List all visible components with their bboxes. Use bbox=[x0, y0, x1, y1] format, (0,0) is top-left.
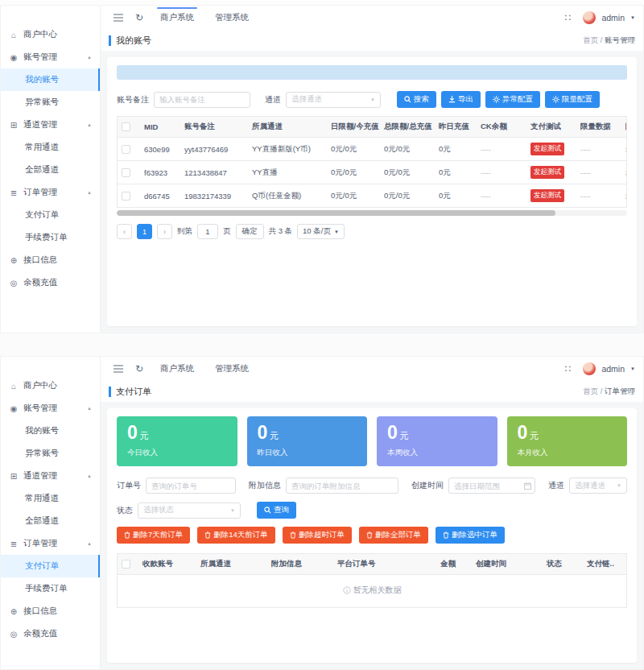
fullscreen-icon[interactable]: ∷ bbox=[558, 360, 577, 378]
search-button[interactable]: 搜索 bbox=[397, 91, 436, 108]
sidebar-item-fee-orders[interactable]: 手续费订单 bbox=[1, 226, 100, 249]
delete-14day-orders-button[interactable]: 删除14天前订单 bbox=[197, 527, 275, 544]
chevron-up-icon: ▲ bbox=[87, 55, 95, 60]
tab-merchant-system[interactable]: 商户系统 bbox=[151, 360, 204, 378]
sidebar-group-account-mgmt[interactable]: ◉账号管理▲ bbox=[1, 46, 100, 68]
table-row: d66745 19832174339 Q币(任意金额) 0元/0元 0元/0元 … bbox=[118, 184, 627, 208]
sidebar-group-order-mgmt[interactable]: ≣订单管理▲ bbox=[1, 181, 100, 204]
pay-test-button[interactable]: 发起测试 bbox=[530, 166, 564, 179]
coin-icon: ◎ bbox=[9, 630, 19, 639]
breadcrumb-home[interactable]: 首页 bbox=[583, 35, 598, 44]
sidebar-item-api-info[interactable]: ⊕接口信息 bbox=[1, 600, 100, 622]
stat-label: 昨日收入 bbox=[258, 448, 357, 458]
row-checkbox[interactable] bbox=[122, 168, 130, 177]
per-page-select[interactable]: 10 条/页▼ bbox=[297, 224, 345, 239]
sidebar-item-abnormal-accounts[interactable]: 异常账号 bbox=[1, 442, 100, 465]
pagination: ‹ 1 › 到第 页 确定 共 3 条 10 条/页▼ bbox=[117, 224, 627, 239]
pay-test-button[interactable]: 发起测试 bbox=[530, 189, 564, 202]
refresh-icon[interactable]: ↻ bbox=[130, 360, 149, 378]
date-range-input[interactable] bbox=[448, 478, 535, 494]
sidebar-item-pay-orders[interactable]: 支付订单 bbox=[1, 204, 100, 226]
chevron-down-icon[interactable]: ▼ bbox=[630, 15, 635, 20]
sidebar-item-label: 手续费订单 bbox=[25, 232, 68, 243]
breadcrumb-home[interactable]: 首页 bbox=[583, 387, 598, 395]
abnormal-config-button[interactable]: 异常配置 bbox=[485, 91, 540, 108]
export-button-label: 导出 bbox=[458, 94, 473, 105]
button-label: 删除7天前订单 bbox=[133, 530, 183, 540]
sidebar-item-my-accounts[interactable]: 我的账号 bbox=[1, 420, 100, 442]
fullscreen-icon[interactable]: ∷ bbox=[558, 9, 577, 27]
query-button[interactable]: 查询 bbox=[257, 502, 296, 519]
select-all-checkbox[interactable] bbox=[122, 122, 130, 131]
sidebar-item-common-channels[interactable]: 常用通道 bbox=[1, 487, 100, 510]
channel-filter-label: 通道 bbox=[548, 480, 564, 491]
avatar[interactable] bbox=[583, 362, 596, 375]
sidebar-item-all-channels[interactable]: 全部通道 bbox=[1, 159, 100, 181]
user-menu[interactable]: admin bbox=[601, 13, 625, 23]
table-row: 630e99 yyt43776469 YY直播新版(Y币) 0元/0元 0元/0… bbox=[118, 138, 627, 161]
next-page-button[interactable]: › bbox=[157, 224, 172, 239]
chevron-up-icon: ▲ bbox=[87, 474, 95, 478]
chevron-down-icon[interactable]: ▼ bbox=[630, 366, 635, 371]
goto-confirm-button[interactable]: 确定 bbox=[236, 224, 264, 239]
sidebar-item-merchant-center[interactable]: ⌂商户中心 bbox=[1, 374, 100, 397]
sidebar-group-account-mgmt[interactable]: ◉账号管理▲ bbox=[1, 397, 100, 420]
pay-test-button[interactable]: 发起测试 bbox=[530, 143, 564, 155]
attach-info-input[interactable] bbox=[286, 478, 398, 494]
row-checkbox[interactable] bbox=[122, 192, 130, 201]
limit-config-button[interactable]: 限量配置 bbox=[545, 91, 600, 108]
menu-collapse-icon[interactable] bbox=[109, 360, 128, 378]
sidebar-item-balance-recharge[interactable]: ◎余额充值 bbox=[1, 622, 100, 645]
select-all-checkbox[interactable] bbox=[122, 560, 130, 569]
delete-timeout-orders-button[interactable]: 删除超时订单 bbox=[283, 527, 352, 544]
sidebar-item-merchant-center[interactable]: ⌂商户中心 bbox=[1, 23, 100, 46]
orders-card: 0元 今日收入 0元 昨日收入 0元 本周收入 0元 本月收入 bbox=[107, 408, 637, 663]
cell-ck: ---- bbox=[477, 161, 526, 184]
sidebar-item-balance-recharge[interactable]: ◎余额充值 bbox=[1, 271, 100, 294]
sidebar-item-api-info[interactable]: ⊕接口信息 bbox=[1, 249, 100, 271]
sidebar-item-all-channels[interactable]: 全部通道 bbox=[1, 510, 100, 532]
sidebar: ⌂商户中心 ◉账号管理▲ 我的账号 异常账号 ⊞通道管理▲ 常用通道 全部通道 … bbox=[1, 357, 101, 669]
cell-daily: 0元/0元 bbox=[327, 161, 380, 184]
goto-page-input[interactable] bbox=[197, 224, 218, 239]
col-account: 收款账号 bbox=[138, 554, 196, 575]
delete-selected-orders-button[interactable]: 删除选中订单 bbox=[436, 527, 505, 544]
row-checkbox[interactable] bbox=[122, 145, 130, 154]
page-1-button[interactable]: 1 bbox=[137, 224, 152, 239]
menu-collapse-icon[interactable] bbox=[109, 9, 128, 27]
delete-7day-orders-button[interactable]: 删除7天前订单 bbox=[117, 527, 190, 544]
delete-all-orders-button[interactable]: 删除全部订单 bbox=[359, 527, 428, 544]
tab-merchant-system[interactable]: 商户系统 bbox=[151, 9, 204, 27]
cell-limit-status: 未设定限量 bbox=[621, 161, 627, 184]
cell-total: 0元/0元 bbox=[380, 138, 435, 161]
scrollbar-thumb[interactable] bbox=[117, 210, 555, 216]
total-count-label: 共 3 条 bbox=[269, 226, 293, 237]
cell-daily: 0元/0元 bbox=[327, 184, 380, 208]
search-button-label: 搜索 bbox=[414, 94, 429, 105]
sidebar-item-my-accounts[interactable]: 我的账号 bbox=[1, 68, 100, 91]
channel-filter-select[interactable]: 选择通道▼ bbox=[569, 478, 627, 494]
stat-label: 本月收入 bbox=[518, 448, 617, 458]
sidebar-item-pay-orders[interactable]: 支付订单 bbox=[1, 555, 100, 577]
channel-filter-select[interactable]: 选择通道▼ bbox=[286, 92, 381, 108]
sidebar-group-channel-mgmt[interactable]: ⊞通道管理▲ bbox=[1, 114, 100, 136]
col-limit-status: 限量状态 bbox=[621, 117, 627, 138]
sidebar-group-channel-mgmt[interactable]: ⊞通道管理▲ bbox=[1, 465, 100, 487]
sidebar-item-fee-orders[interactable]: 手续费订单 bbox=[1, 577, 100, 600]
tab-admin-system[interactable]: 管理系统 bbox=[205, 360, 258, 378]
chevron-down-icon: ▼ bbox=[370, 97, 375, 102]
export-button[interactable]: 导出 bbox=[441, 91, 481, 108]
col-mid: MID bbox=[140, 117, 180, 138]
remark-filter-input[interactable] bbox=[154, 92, 250, 108]
order-no-input[interactable] bbox=[146, 478, 236, 494]
status-filter-select[interactable]: 选择状态▼ bbox=[138, 502, 241, 519]
tab-admin-system[interactable]: 管理系统 bbox=[205, 9, 258, 27]
sidebar-group-order-mgmt[interactable]: ≣订单管理▲ bbox=[1, 532, 100, 555]
prev-page-button[interactable]: ‹ bbox=[117, 224, 132, 239]
user-menu[interactable]: admin bbox=[601, 364, 625, 374]
refresh-icon[interactable]: ↻ bbox=[130, 9, 149, 27]
remark-filter-label: 账号备注 bbox=[117, 94, 149, 105]
avatar[interactable] bbox=[583, 11, 596, 24]
sidebar-item-common-channels[interactable]: 常用通道 bbox=[1, 136, 100, 159]
sidebar-item-abnormal-accounts[interactable]: 异常账号 bbox=[1, 91, 100, 114]
